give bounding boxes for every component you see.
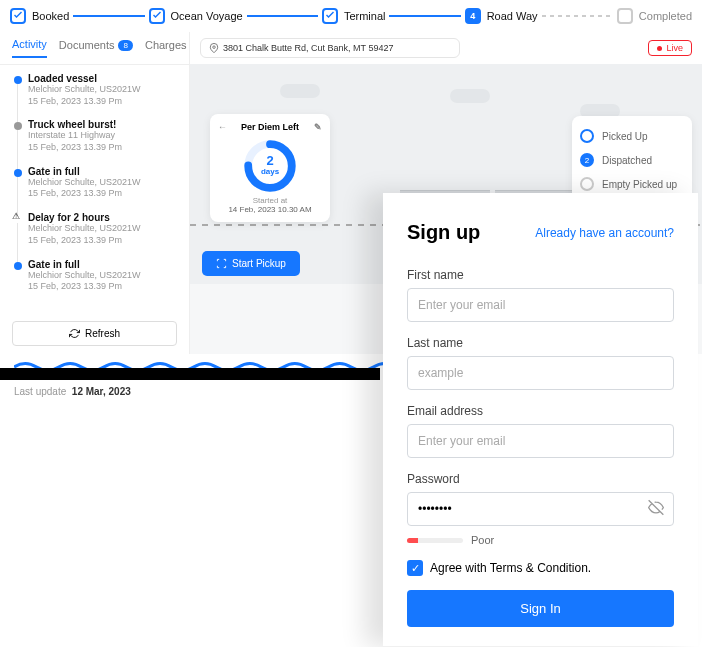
progress-steps: Booked Ocean Voyage Terminal 4Road Way C…: [0, 0, 702, 32]
tab-documents[interactable]: Documents8: [59, 38, 133, 58]
timeline-date: 15 Feb, 2023 13.39 Pm: [28, 96, 175, 108]
progress-ring: 2days: [242, 138, 298, 194]
refresh-label: Refresh: [85, 328, 120, 339]
signup-title: Sign up: [407, 221, 480, 244]
timeline-title: Gate in full: [28, 259, 175, 270]
card-title: Per Diem Left: [241, 122, 299, 132]
status-label: Dispatched: [602, 155, 652, 166]
first-name-input[interactable]: [407, 288, 674, 322]
diem-number: 2: [261, 154, 279, 168]
timeline-sub: Interstate 11 Highway: [28, 130, 175, 142]
tab-activity[interactable]: Activity: [12, 38, 47, 58]
last-name-label: Last name: [407, 336, 674, 350]
pin-icon: [209, 43, 219, 53]
timeline-sub: Melchior Schulte, US2021W: [28, 223, 175, 235]
step-label: Road Way: [487, 10, 538, 22]
step-booked[interactable]: Booked: [10, 8, 69, 24]
timeline-date: 15 Feb, 2023 13.39 Pm: [28, 142, 175, 154]
per-diem-card: ← Per Diem Left ✎ 2days Started at 14 Fe…: [210, 114, 330, 222]
status-item: Picked Up: [580, 124, 684, 148]
tabs: Activity Documents8 Charges9: [0, 32, 189, 65]
signup-panel: Sign up Already have an account? First n…: [383, 193, 698, 646]
diem-time: 14 Feb, 2023 10.30 AM: [218, 205, 322, 214]
status-label: Picked Up: [602, 131, 648, 142]
timeline-sub: Melchior Schulte, US2021W: [28, 177, 175, 189]
email-label: Email address: [407, 404, 674, 418]
eye-off-icon[interactable]: [648, 500, 664, 519]
tab-label: Charges: [145, 39, 187, 51]
timeline-sub: Melchior Schulte, US2021W: [28, 84, 175, 96]
badge: 8: [118, 40, 132, 51]
timeline-title: Truck wheel burst!: [28, 119, 175, 130]
already-account-link[interactable]: Already have an account?: [535, 226, 674, 240]
status-label: Empty Picked up: [602, 179, 677, 190]
check-icon: [13, 11, 23, 21]
step-terminal[interactable]: Terminal: [322, 8, 386, 24]
last-name-input[interactable]: [407, 356, 674, 390]
circle-icon: [617, 8, 633, 24]
timeline-date: 15 Feb, 2023 13.39 Pm: [28, 235, 175, 247]
scan-icon: [216, 258, 227, 269]
activity-timeline: Loaded vesselMelchior Schulte, US2021W15…: [0, 65, 189, 313]
step-label: Ocean Voyage: [171, 10, 243, 22]
timeline-item[interactable]: Gate in fullMelchior Schulte, US2021W15 …: [14, 166, 175, 200]
check-icon: [325, 11, 335, 21]
strength-label: Poor: [471, 534, 494, 546]
sidebar: Activity Documents8 Charges9 Loaded vess…: [0, 32, 190, 354]
timeline-date: 15 Feb, 2023 13.39 Pm: [28, 188, 175, 200]
tab-label: Documents: [59, 39, 115, 51]
timeline-date: 15 Feb, 2023 13.39 Pm: [28, 281, 175, 293]
refresh-icon: [69, 328, 80, 339]
check-icon: [152, 11, 162, 21]
address-text: 3801 Chalk Butte Rd, Cut Bank, MT 59427: [223, 43, 393, 53]
step-number-badge: 4: [465, 8, 481, 24]
timeline-item[interactable]: Loaded vesselMelchior Schulte, US2021W15…: [14, 73, 175, 107]
timeline-title: Loaded vessel: [28, 73, 175, 84]
timeline-title: Gate in full: [28, 166, 175, 177]
dot-icon: [580, 177, 594, 191]
signin-button[interactable]: Sign In: [407, 590, 674, 627]
status-card: Picked Up 2Dispatched Empty Picked up: [572, 116, 692, 204]
first-name-label: First name: [407, 268, 674, 282]
svg-point-0: [213, 46, 216, 49]
timeline-item[interactable]: Gate in fullMelchior Schulte, US2021W15 …: [14, 259, 175, 293]
step-label: Terminal: [344, 10, 386, 22]
timeline-title: Delay for 2 hours: [28, 212, 175, 223]
dark-strip: [0, 368, 380, 380]
status-item: 2Dispatched: [580, 148, 684, 172]
start-pickup-label: Start Pickup: [232, 258, 286, 269]
diem-started: Started at: [218, 196, 322, 205]
step-completed[interactable]: Completed: [617, 8, 692, 24]
start-pickup-button[interactable]: Start Pickup: [202, 251, 300, 276]
timeline-item[interactable]: Truck wheel burst!Interstate 11 Highway1…: [14, 119, 175, 153]
back-icon[interactable]: ←: [218, 122, 227, 132]
refresh-button[interactable]: Refresh: [12, 321, 177, 346]
password-strength: Poor: [407, 534, 674, 546]
step-road-way[interactable]: 4Road Way: [465, 8, 538, 24]
agree-row[interactable]: ✓Agree with Terms & Condition.: [407, 560, 674, 576]
email-input[interactable]: [407, 424, 674, 458]
address-chip[interactable]: 3801 Chalk Butte Rd, Cut Bank, MT 59427: [200, 38, 460, 58]
password-input[interactable]: [407, 492, 674, 526]
agree-text: Agree with Terms & Condition.: [430, 561, 591, 575]
diem-unit: days: [261, 168, 279, 177]
dot-icon: [580, 129, 594, 143]
timeline-item[interactable]: Delay for 2 hoursMelchior Schulte, US202…: [14, 212, 175, 246]
password-label: Password: [407, 472, 674, 486]
step-label: Completed: [639, 10, 692, 22]
timeline-sub: Melchior Schulte, US2021W: [28, 270, 175, 282]
dot-icon: 2: [580, 153, 594, 167]
live-badge: Live: [648, 40, 692, 56]
edit-icon[interactable]: ✎: [314, 122, 322, 132]
step-label: Booked: [32, 10, 69, 22]
step-ocean-voyage[interactable]: Ocean Voyage: [149, 8, 243, 24]
checkbox-icon[interactable]: ✓: [407, 560, 423, 576]
